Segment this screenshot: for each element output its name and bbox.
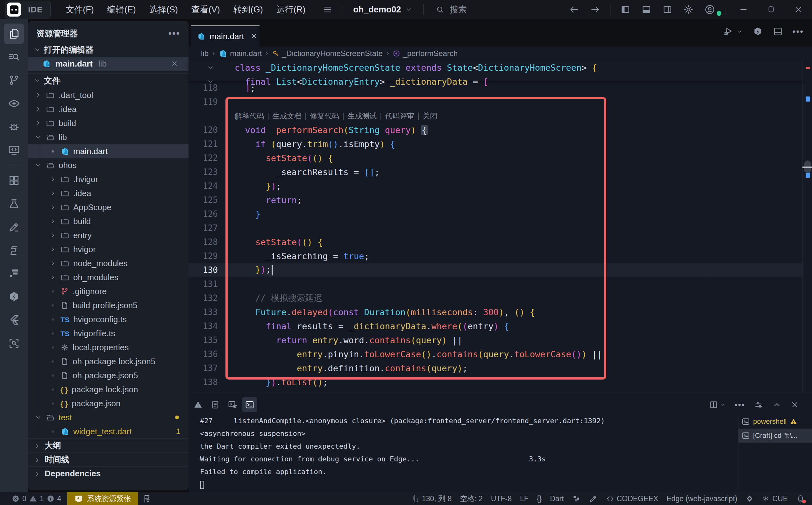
close-window-button[interactable] — [785, 5, 812, 14]
tree-item-oh-package-lock.json5[interactable]: oh-package-lock.json5 — [28, 354, 188, 368]
settings-gear-icon[interactable] — [678, 4, 699, 15]
code-line-130[interactable]: 130 }); — [188, 263, 802, 277]
code-line-121[interactable]: 121 if (query.trim().isEmpty) { — [188, 137, 802, 151]
codelens-action[interactable]: 生成文档 — [272, 112, 302, 120]
minimize-button[interactable] — [730, 5, 757, 14]
menu-item[interactable]: 编辑(E) — [101, 4, 143, 15]
breadcrumb-item[interactable]: _DictionaryHomeScreenState — [272, 49, 383, 58]
code-line-137[interactable]: 137 entry.definition.contains(query); — [188, 361, 802, 375]
code-line-120[interactable]: 120 void _performSearch(String query) { — [188, 123, 802, 137]
tree-item-hvigorconfig.ts[interactable]: TShvigorconfig.ts — [28, 312, 188, 326]
code-line-136[interactable]: 136 entry.pinyin.toLowerCase().contains(… — [188, 347, 802, 361]
tree-item-node_modules[interactable]: node_modules — [28, 256, 188, 270]
restore-button[interactable] — [757, 5, 785, 14]
panel-layout-button[interactable] — [709, 400, 726, 409]
nav-forward-button[interactable] — [585, 4, 606, 15]
breadcrumb-item[interactable]: main.dart — [218, 49, 262, 58]
problems-status[interactable]: 0 1 4 — [0, 492, 65, 505]
sidebar-more-actions-icon[interactable]: ••• — [168, 28, 180, 39]
tree-item-.idea[interactable]: .idea — [28, 186, 188, 200]
project-switcher[interactable]: oh_demo02 — [353, 5, 413, 15]
activity-codegeex-icon[interactable] — [4, 240, 24, 261]
activity-search-icon[interactable] — [4, 47, 24, 67]
more-menus-icon[interactable] — [317, 5, 338, 14]
close-editor-icon[interactable] — [171, 60, 178, 67]
tree-item-oh-package.json5[interactable]: oh-package.json5 — [28, 368, 188, 382]
tree-item-.dart_tool[interactable]: .dart_tool — [28, 88, 188, 102]
terminal-output[interactable]: #27 listenAndCompile.<anonymous closure>… — [200, 414, 738, 491]
sidebar-section-时间线[interactable]: 时间线 — [28, 453, 188, 467]
encoding-status[interactable]: UTF-8 — [487, 492, 516, 505]
terminal-entry[interactable]: powershell — [739, 414, 812, 429]
activity-source-control-icon[interactable] — [4, 70, 24, 91]
account-avatar[interactable] — [699, 4, 720, 15]
cursor-position-status[interactable]: 行 130, 列 8 — [408, 492, 456, 505]
sidebar-section-Dependencies[interactable]: Dependencies — [28, 467, 188, 481]
tree-item-build[interactable]: build — [28, 214, 188, 228]
app-logo[interactable]: IDE — [5, 1, 51, 18]
panel-tab-output-icon[interactable] — [208, 397, 223, 412]
global-search[interactable]: 搜索 — [436, 4, 467, 15]
tree-item-AppScope[interactable]: AppScope — [28, 200, 188, 214]
sticky-line[interactable]: final List<DictionaryEntry> _dictionaryD… — [188, 74, 802, 89]
indent-status[interactable]: 空格: 2 — [456, 492, 487, 505]
braces-status[interactable]: {} — [533, 492, 546, 505]
toggle-panel-button[interactable] — [636, 4, 657, 15]
close-tab-icon[interactable]: ✕ — [251, 32, 257, 41]
panel-tab-terminal-icon[interactable] — [242, 397, 257, 412]
run-debug-button[interactable] — [723, 26, 743, 37]
menu-item[interactable]: 文件(F) — [59, 4, 100, 15]
open-editor-item[interactable]: main.dart lib — [28, 57, 188, 71]
panel-more-actions-icon[interactable]: ••• — [735, 400, 745, 410]
system-resource-badge[interactable]: 系统资源紧张 — [67, 492, 138, 505]
diamond-status-icon[interactable] — [741, 492, 758, 505]
open-editors-header[interactable]: 打开的编辑器 — [28, 43, 188, 57]
activity-format-blocks-icon[interactable] — [4, 263, 24, 284]
sidebar-section-大纲[interactable]: 大纲 — [28, 439, 188, 453]
eol-status[interactable]: LF — [516, 492, 533, 505]
code-line-131[interactable]: 131 — [188, 277, 802, 291]
breadcrumb-item[interactable]: lib — [201, 49, 208, 58]
codelens-action[interactable]: 解释代码 — [235, 112, 264, 120]
panel-filter-icon[interactable] — [754, 400, 764, 409]
code-line-122[interactable]: 122 setState(() { — [188, 151, 802, 165]
code-line-133[interactable]: 133 Future.delayed(const Duration(millis… — [188, 305, 802, 319]
activity-design-tool-icon[interactable] — [4, 217, 24, 237]
tree-item-.gitignore[interactable]: .gitignore — [28, 284, 188, 298]
menu-item[interactable]: 转到(G) — [227, 4, 270, 15]
overview-ruler[interactable] — [802, 60, 812, 394]
language-status[interactable]: Dart — [546, 492, 568, 505]
code-line-119[interactable]: 119 — [188, 95, 802, 109]
panel-maximize-icon[interactable] — [773, 400, 781, 409]
activity-previewer-icon[interactable] — [4, 93, 24, 114]
tree-item-package-lock.json[interactable]: { }package-lock.json — [28, 382, 188, 396]
code-line-129[interactable]: 129 _isSearching = true; — [188, 249, 802, 263]
tree-item-entry[interactable]: entry — [28, 228, 188, 242]
tree-item-hvigorfile.ts[interactable]: TShvigorfile.ts — [28, 326, 188, 340]
breadcrumb-item[interactable]: _performSearch — [392, 49, 458, 58]
activity-code-scan-icon[interactable] — [4, 333, 24, 353]
code-line-138[interactable]: 138 }).toList(); — [188, 375, 802, 389]
codelens-action[interactable]: 关闭 — [423, 112, 437, 120]
activity-test-flask-icon[interactable] — [4, 194, 24, 214]
cue-status[interactable]: CUE — [758, 492, 792, 505]
codelens-action[interactable]: 修复代码 — [310, 112, 339, 120]
scrollbar-thumb[interactable] — [804, 160, 811, 173]
panel-tab-problems-icon[interactable] — [190, 397, 206, 412]
panel-tab-debug-console-icon[interactable] — [225, 397, 240, 412]
code-line-135[interactable]: 135 return entry.word.contains(query) || — [188, 333, 802, 347]
split-editor-button[interactable] — [773, 26, 783, 37]
activity-device-monitor-icon[interactable] — [4, 140, 24, 160]
terminal-entry[interactable]: [Craft] cd "f:\... — [739, 429, 812, 443]
tree-item-build-profile.json5[interactable]: build-profile.json5 — [28, 298, 188, 312]
files-section-header[interactable]: 文件 — [28, 73, 188, 88]
tree-item-ohos[interactable]: ohos — [28, 158, 188, 172]
code-line-125[interactable]: 125 return; — [188, 193, 802, 207]
codelens-action[interactable]: 代码评审 — [385, 112, 414, 120]
code-line-126[interactable]: 126 } — [188, 207, 802, 221]
code-line-132[interactable]: 132 // 模拟搜索延迟 — [188, 291, 802, 305]
notifications-bell[interactable] — [792, 492, 812, 505]
toggle-left-sidebar-button[interactable] — [615, 4, 636, 15]
tree-item-hvigor[interactable]: hvigor — [28, 242, 188, 256]
editor-more-actions-icon[interactable]: ••• — [793, 26, 804, 37]
